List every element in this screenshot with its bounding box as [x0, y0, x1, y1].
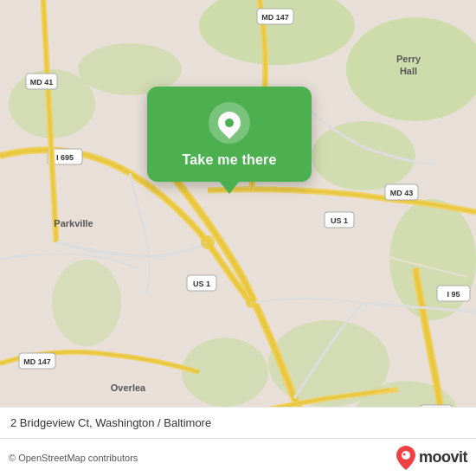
svg-text:Parkville: Parkville [54, 218, 93, 228]
attribution-text: © OpenStreetMap contributors [9, 453, 138, 463]
map-container: I 695 MD 41 US 1 US 1 MD 43 MD 147 [0, 0, 476, 476]
svg-point-9 [52, 260, 121, 346]
svg-text:I 695: I 695 [56, 153, 74, 162]
svg-text:Perry: Perry [396, 54, 421, 64]
moovit-pin-icon [396, 446, 415, 470]
svg-point-32 [201, 235, 215, 249]
bottom-bar: © OpenStreetMap contributors moovit [0, 438, 476, 476]
svg-text:MD 147: MD 147 [261, 13, 289, 22]
svg-text:MD 43: MD 43 [390, 189, 414, 197]
svg-text:Hall: Hall [400, 66, 417, 76]
svg-point-33 [246, 298, 256, 308]
svg-text:US 1: US 1 [331, 216, 348, 225]
svg-point-4 [389, 199, 476, 320]
svg-point-38 [402, 451, 410, 460]
svg-text:MD 41: MD 41 [30, 78, 54, 87]
address-text: 2 Bridgeview Ct, Washington / Baltimore [10, 416, 211, 429]
location-icon-wrapper [209, 102, 250, 144]
svg-point-3 [312, 121, 415, 190]
moovit-logo: moovit [396, 446, 467, 470]
svg-text:US 1: US 1 [193, 280, 210, 288]
map-background: I 695 MD 41 US 1 US 1 MD 43 MD 147 [0, 0, 476, 476]
svg-text:MD 147: MD 147 [23, 357, 51, 366]
svg-text:Overlea: Overlea [111, 383, 146, 393]
svg-point-39 [402, 453, 405, 455]
moovit-brand-name: moovit [419, 448, 467, 466]
take-me-there-button[interactable]: Take me there [182, 152, 276, 168]
navigate-popup[interactable]: Take me there [147, 87, 312, 182]
location-pin-icon [214, 107, 246, 139]
address-bar: 2 Bridgeview Ct, Washington / Baltimore [0, 407, 476, 438]
svg-text:I 95: I 95 [447, 290, 460, 299]
